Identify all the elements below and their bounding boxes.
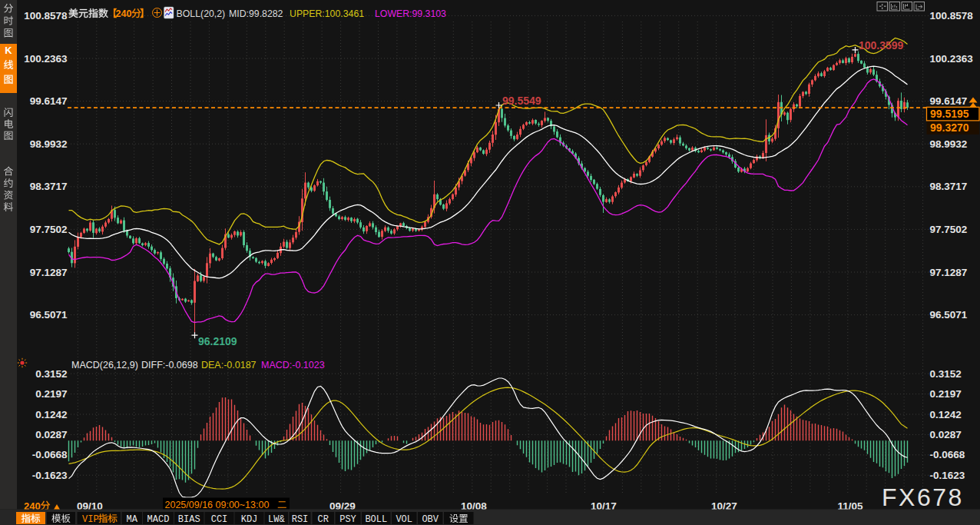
svg-text:0.1242: 0.1242: [930, 409, 962, 420]
svg-text:99.5195: 99.5195: [930, 108, 969, 120]
svg-text:BOLL: BOLL: [365, 514, 387, 525]
svg-text:VIP: VIP: [82, 514, 99, 525]
svg-text:FX678: FX678: [882, 483, 964, 511]
svg-text:PSY: PSY: [339, 514, 356, 525]
svg-text:UPPER:100.3461: UPPER:100.3461: [290, 8, 364, 19]
svg-text:2025/09/16 09:00~13:00: 2025/09/16 09:00~13:00: [165, 500, 270, 510]
svg-text:99.6147: 99.6147: [30, 95, 68, 107]
svg-text:-0.0668: -0.0668: [930, 449, 965, 460]
svg-text:KDJ: KDJ: [241, 514, 258, 525]
svg-text:99.6147: 99.6147: [930, 95, 968, 107]
svg-text:96.2109: 96.2109: [198, 335, 237, 347]
svg-text:97.1287: 97.1287: [930, 267, 968, 278]
svg-text:DEA:-0.0187: DEA:-0.0187: [201, 360, 257, 370]
svg-text:MID:99.8282: MID:99.8282: [229, 8, 283, 19]
svg-text:BIAS: BIAS: [178, 514, 200, 525]
svg-text:0.1242: 0.1242: [35, 409, 67, 420]
svg-text:LOWER:99.3103: LOWER:99.3103: [375, 8, 446, 19]
svg-text:98.3717: 98.3717: [930, 181, 968, 192]
svg-text:100.3599: 100.3599: [859, 39, 904, 52]
svg-text:LW&: LW&: [268, 514, 285, 525]
svg-text:97.1287: 97.1287: [30, 267, 68, 278]
svg-text:100.2363: 100.2363: [24, 53, 68, 65]
svg-text:0.3152: 0.3152: [930, 368, 962, 380]
svg-text:99.5549: 99.5549: [502, 95, 541, 107]
svg-text:VOL: VOL: [396, 514, 412, 525]
svg-text:0.2197: 0.2197: [35, 388, 67, 400]
svg-text:MACD:-0.1023: MACD:-0.1023: [261, 360, 325, 370]
svg-text:96.5071: 96.5071: [930, 309, 968, 321]
svg-text:100.8578: 100.8578: [24, 10, 68, 22]
svg-text:0.2197: 0.2197: [930, 388, 962, 400]
svg-text:98.9932: 98.9932: [30, 138, 68, 150]
svg-text:CR: CR: [318, 514, 329, 525]
svg-text:K: K: [5, 45, 12, 56]
svg-text:CCI: CCI: [211, 514, 228, 525]
svg-text:100.8578: 100.8578: [930, 10, 974, 22]
svg-text:0.3152: 0.3152: [35, 368, 67, 380]
svg-text:RSI: RSI: [292, 514, 309, 525]
svg-text:97.7502: 97.7502: [930, 224, 968, 235]
svg-text:-0.1623: -0.1623: [32, 470, 68, 481]
svg-text:98.3717: 98.3717: [30, 181, 68, 192]
svg-text:DIFF:-0.0698: DIFF:-0.0698: [141, 360, 198, 370]
svg-text:MACD(26,12,9): MACD(26,12,9): [71, 360, 138, 370]
svg-text:0.0287: 0.0287: [930, 429, 962, 440]
svg-text:240: 240: [116, 8, 132, 19]
svg-text:OBV: OBV: [422, 514, 439, 525]
svg-text:100.2363: 100.2363: [930, 53, 974, 65]
svg-text:-0.0668: -0.0668: [32, 449, 68, 460]
svg-text:MACD: MACD: [147, 514, 170, 525]
svg-text:MA: MA: [127, 514, 138, 525]
svg-text:97.7502: 97.7502: [30, 224, 68, 235]
svg-text:99.3270: 99.3270: [930, 121, 969, 134]
svg-text:96.5071: 96.5071: [30, 309, 68, 321]
svg-text:-0.1623: -0.1623: [930, 470, 965, 481]
svg-text:0.0287: 0.0287: [35, 429, 67, 440]
svg-text:98.9932: 98.9932: [930, 138, 968, 150]
svg-text:BOLL(20,2): BOLL(20,2): [177, 8, 226, 19]
